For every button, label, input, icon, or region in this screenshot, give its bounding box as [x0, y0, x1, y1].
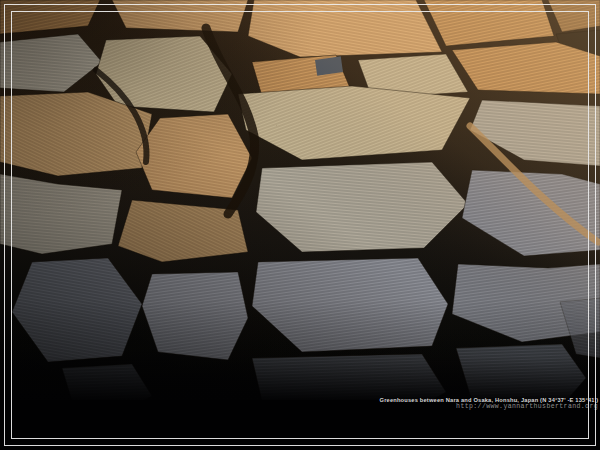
wallpaper: Greenhouses between Nara and Osaka, Hons… — [0, 0, 600, 450]
caption-title: Greenhouses between Nara and Osaka, Hons… — [379, 397, 598, 403]
caption-url: http://www.yannarthusbertrand.org — [368, 404, 598, 411]
aerial-photo — [0, 0, 600, 450]
photo-lighting-overlay — [0, 0, 600, 402]
photo-caption: Greenhouses between Nara and Osaka, Hons… — [368, 397, 598, 411]
